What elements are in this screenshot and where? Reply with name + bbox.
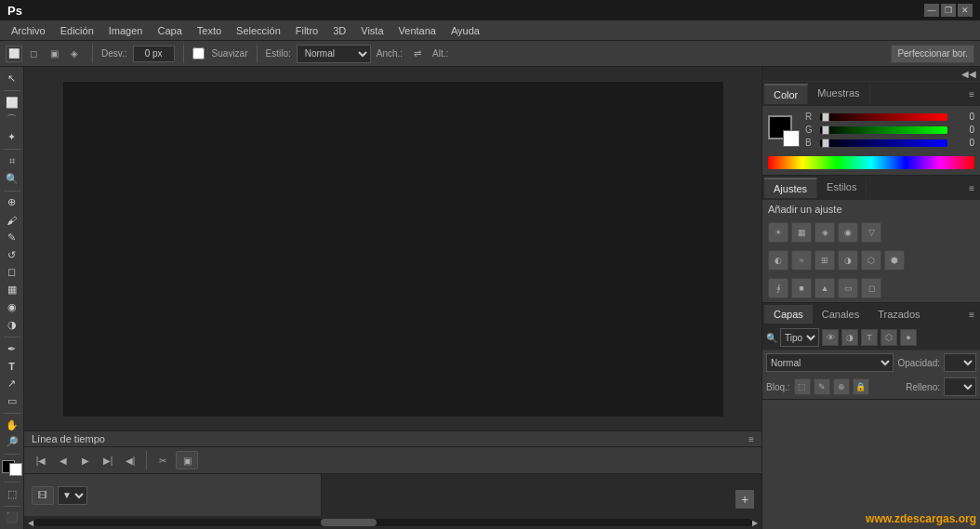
lasso-tool[interactable]: ⌒ <box>2 112 22 127</box>
lock-position-icon[interactable]: ✎ <box>814 378 830 395</box>
menu-archivo[interactable]: Archivo <box>4 23 53 38</box>
text-tool[interactable]: T <box>2 358 22 374</box>
timeline-next-frame-btn[interactable]: ▶| <box>99 451 117 469</box>
eraser-tool[interactable]: ◻ <box>2 265 22 281</box>
timeline-cut-btn[interactable]: ✂ <box>153 451 172 469</box>
subtract-select-icon[interactable]: ▣ <box>45 45 63 63</box>
layers-panel-menu-icon[interactable]: ≡ <box>965 310 978 320</box>
hand-tool[interactable]: ✋ <box>2 417 22 433</box>
color-swatches[interactable] <box>2 460 22 476</box>
timeline-prev-btn[interactable]: ◀ <box>54 451 73 469</box>
menu-edicion[interactable]: Edición <box>53 23 101 38</box>
lock-transform-icon[interactable]: ⊕ <box>833 378 850 395</box>
adj-mixer-icon[interactable]: ⬢ <box>884 250 905 271</box>
suavizar-checkbox[interactable] <box>192 47 205 60</box>
blend-mode-select[interactable]: Normal <box>766 353 894 372</box>
quick-mask-tool[interactable]: ⬚ <box>2 486 22 502</box>
adj-brightness-icon[interactable]: ☀ <box>768 222 788 243</box>
adj-curves-icon[interactable]: ◈ <box>814 222 835 243</box>
timeline-play-btn[interactable]: ▶ <box>76 451 95 469</box>
timeline-last-btn[interactable]: ◀| <box>121 451 139 469</box>
color-swatches-panel[interactable] <box>768 115 800 147</box>
background-color[interactable] <box>9 463 22 476</box>
adj-threshold-icon[interactable]: ▲ <box>814 278 835 298</box>
crop-tool[interactable]: ⌗ <box>2 153 22 169</box>
menu-3d[interactable]: 3D <box>325 23 353 38</box>
color-spectrum[interactable] <box>768 156 974 169</box>
adj-vibrance-icon[interactable]: ◐ <box>768 250 788 271</box>
adj-hue-icon[interactable]: ≈ <box>791 250 812 271</box>
scroll-right-icon[interactable]: ▶ <box>752 519 758 527</box>
menu-seleccion[interactable]: Selección <box>229 23 288 38</box>
blue-slider[interactable] <box>820 139 947 147</box>
timeline-first-btn[interactable]: |◀ <box>32 451 50 469</box>
estilo-select[interactable]: Normal Fijo Tamaño fijo <box>297 45 371 63</box>
adj-panel-menu-icon[interactable]: ≡ <box>965 183 978 193</box>
canvas-scroll-area[interactable] <box>24 67 761 430</box>
color-panel-menu-icon[interactable]: ≡ <box>965 89 978 99</box>
tab-estilos[interactable]: Estilos <box>817 178 867 198</box>
screen-mode-tool[interactable]: ⬛ <box>2 509 22 525</box>
bg-color-swatch[interactable] <box>783 130 800 147</box>
panel-collapse-icon[interactable]: ◀◀ <box>961 69 976 79</box>
adj-invert-icon[interactable]: ∮ <box>768 278 788 298</box>
maximize-button[interactable]: ❐ <box>941 4 956 17</box>
tab-capas[interactable]: Capas <box>764 305 813 324</box>
adj-selective-icon[interactable]: ◻ <box>861 278 881 298</box>
blue-thumb[interactable] <box>822 139 829 148</box>
layer-adj-filter[interactable]: ◑ <box>841 329 858 346</box>
menu-ventana[interactable]: Ventana <box>391 23 444 38</box>
desv-input[interactable] <box>133 46 175 62</box>
green-slider[interactable] <box>820 126 947 134</box>
timeline-film-btn[interactable]: ▣ <box>176 451 198 469</box>
tab-canales[interactable]: Canales <box>813 305 868 324</box>
clone-tool[interactable]: ✎ <box>2 230 22 245</box>
adj-down-icon[interactable]: ▽ <box>861 222 881 243</box>
layer-filter-select[interactable]: Tipo <box>780 328 819 347</box>
timeline-scrollbar[interactable]: ◀ ▶ <box>24 516 761 529</box>
zoom-tool[interactable]: 🔎 <box>2 435 22 451</box>
spot-heal-tool[interactable]: ⊕ <box>2 194 22 210</box>
adj-colorbal-icon[interactable]: ⊞ <box>814 250 835 271</box>
move-tool[interactable]: ↖ <box>2 71 22 86</box>
minimize-button[interactable]: — <box>924 4 939 17</box>
menu-imagen[interactable]: Imagen <box>101 23 151 38</box>
tab-ajustes[interactable]: Ajustes <box>764 178 817 198</box>
fill-select[interactable] <box>944 377 976 396</box>
rect-select-icon[interactable]: ⬜ <box>6 46 22 62</box>
layer-smart-filter[interactable]: ⬡ <box>881 329 897 346</box>
path-select-tool[interactable]: ↗ <box>2 376 22 391</box>
adj-gradient-map-icon[interactable]: ▭ <box>838 278 858 298</box>
timeline-film-icon[interactable]: 🎞 <box>32 486 54 505</box>
timeline-collapse-icon[interactable]: ≡ <box>748 434 754 444</box>
red-thumb[interactable] <box>822 112 829 122</box>
menu-capa[interactable]: Capa <box>150 23 189 38</box>
tab-color[interactable]: Color <box>764 84 808 104</box>
adj-bw-icon[interactable]: ◑ <box>838 250 858 271</box>
red-slider[interactable] <box>820 113 947 121</box>
menu-texto[interactable]: Texto <box>190 23 229 38</box>
menu-vista[interactable]: Vista <box>353 23 391 38</box>
adj-poster-icon[interactable]: ■ <box>791 278 812 298</box>
intersect-select-icon[interactable]: ◈ <box>65 45 84 63</box>
adj-exposure-icon[interactable]: ◉ <box>838 222 858 243</box>
dodge-tool[interactable]: ◑ <box>2 317 22 333</box>
history-brush-tool[interactable]: ↺ <box>2 247 22 263</box>
layer-toggle-filter[interactable]: ● <box>900 329 917 346</box>
layer-visibility-filter[interactable]: 👁 <box>822 329 839 346</box>
lock-pixels-icon[interactable]: ⬚ <box>794 378 811 395</box>
rect-select-tool[interactable]: ⬜ <box>2 95 22 111</box>
brush-tool[interactable]: 🖌 <box>2 212 22 228</box>
magic-wand-tool[interactable]: ✦ <box>2 129 22 145</box>
adj-levels-icon[interactable]: ▦ <box>791 222 812 243</box>
menu-filtro[interactable]: Filtro <box>288 23 325 38</box>
blur-tool[interactable]: ◉ <box>2 299 22 315</box>
opacity-select[interactable] <box>944 353 976 372</box>
close-button[interactable]: ✕ <box>958 4 973 17</box>
timeline-mode-select[interactable]: ▼ <box>58 486 87 505</box>
gradient-tool[interactable]: ▦ <box>2 282 22 298</box>
scroll-thumb[interactable] <box>321 519 377 526</box>
shape-tool[interactable]: ▭ <box>2 393 22 409</box>
menu-ayuda[interactable]: Ayuda <box>444 23 487 38</box>
perfeccionar-button[interactable]: Perfeccionar bor. <box>891 45 974 63</box>
